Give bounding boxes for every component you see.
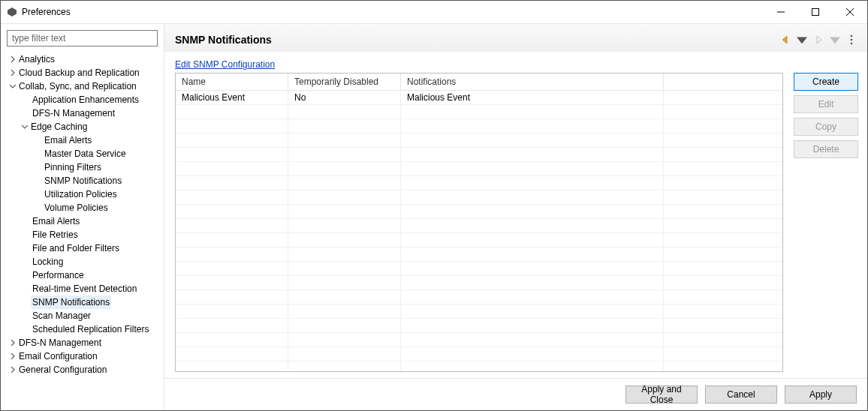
table-cell: Malicious Event [401,91,664,104]
edit-button[interactable]: Edit [794,95,858,113]
page-header: SNMP Notifications [164,24,867,52]
tree-item-label: Utilization Policies [43,188,119,201]
chevron-down-icon[interactable] [8,83,17,89]
tree-item-label: Email Alerts [31,214,81,228]
tree-item-label: SNMP Notifications [31,296,111,309]
apply-and-close-button[interactable]: Apply and Close [625,386,698,404]
tree-item-label: Volume Policies [43,201,110,214]
tree-item[interactable]: DFS-N Management [1,106,164,120]
column-name[interactable]: Name [176,74,288,90]
tree-item-label: Application Enhancements [31,93,140,106]
tree-item-label: General Configuration [17,363,108,376]
overflow-menu-icon[interactable] [845,33,858,46]
nav-forward-icon[interactable] [812,33,825,46]
tree-item[interactable]: File Retries [1,228,164,242]
tree-item[interactable]: Locking [1,255,164,268]
table-row[interactable]: Malicious EventNoMalicious Event [176,91,782,105]
svg-point-5 [851,34,853,37]
dialog-footer: Apply and Close Cancel Apply [164,378,867,410]
nav-back-icon[interactable] [779,33,792,46]
table-row-empty [176,362,782,371]
svg-rect-2 [812,9,819,16]
table-row-empty [176,190,782,205]
app-icon [7,7,17,17]
cancel-button[interactable]: Cancel [705,386,777,404]
tree-item[interactable]: Pinning Filters [1,160,164,174]
chevron-right-icon[interactable] [8,70,17,76]
table-row-empty [176,290,782,304]
tree-item-label: SNMP Notifications [43,174,123,188]
tree-item-label: DFS-N Management [31,106,116,120]
nav-forward-menu-icon[interactable] [828,33,842,46]
close-button[interactable] [833,1,867,23]
tree-item[interactable]: Real-time Event Detection [1,282,164,296]
table-row-empty [176,219,782,233]
main-panel: SNMP Notifications [164,24,867,410]
create-button[interactable]: Create [794,73,858,91]
table-cell: No [288,91,401,104]
chevron-down-icon[interactable] [20,124,29,130]
tree-item-label: Pinning Filters [43,160,103,174]
table-row-empty [176,347,782,362]
tree-item-label: Email Alerts [43,134,93,147]
apply-button[interactable]: Apply [785,386,857,404]
tree-item[interactable]: Volume Policies [1,201,164,214]
tree-item[interactable]: Email Configuration [1,350,164,363]
table-row-empty [176,233,782,248]
filter-input[interactable] [7,30,158,46]
tree-item-label: File Retries [31,228,80,242]
tree-item[interactable]: Application Enhancements [1,93,164,106]
sidebar: AnalyticsCloud Backup and ReplicationCol… [1,24,164,410]
table-row-empty [176,162,782,176]
minimize-button[interactable] [764,1,798,23]
tree-item[interactable]: DFS-N Management [1,336,164,350]
tree-item-label: Master Data Service [43,147,128,160]
preferences-window: Preferences AnalyticsCloud Backup and Re… [0,0,868,411]
tree-item-label: Scan Manager [31,309,92,322]
tree-item[interactable]: Scheduled Replication Filters [1,322,164,336]
tree-item[interactable]: SNMP Notifications [1,296,164,309]
table-row-empty [176,205,782,219]
tree-item[interactable]: Email Alerts [1,134,164,147]
maximize-button[interactable] [798,1,833,23]
chevron-right-icon[interactable] [8,56,17,62]
tree-item-label: Real-time Event Detection [31,282,138,296]
preferences-tree[interactable]: AnalyticsCloud Backup and ReplicationCol… [1,51,164,410]
tree-item-label: Scheduled Replication Filters [31,322,150,336]
delete-button[interactable]: Delete [794,140,858,158]
table-row-empty [176,248,782,262]
tree-item-label: Analytics [17,52,56,66]
tree-item[interactable]: Edge Caching [1,120,164,134]
tree-item[interactable]: Master Data Service [1,147,164,160]
column-temp-disabled[interactable]: Temporarily Disabled [288,74,401,90]
chevron-right-icon[interactable] [8,340,17,346]
chevron-right-icon[interactable] [8,367,17,373]
tree-item[interactable]: Cloud Backup and Replication [1,66,164,80]
table-row-empty [176,276,782,290]
tree-item[interactable]: General Configuration [1,363,164,376]
tree-item-label: Edge Caching [29,120,89,134]
column-notifications[interactable]: Notifications [401,74,664,90]
tree-item[interactable]: Email Alerts [1,214,164,228]
copy-button[interactable]: Copy [794,118,858,136]
table-row-empty [176,105,782,119]
nav-back-menu-icon[interactable] [795,33,809,46]
tree-item-label: Locking [31,255,65,268]
tree-item[interactable]: File and Folder Filters [1,242,164,255]
tree-item-label: DFS-N Management [17,336,103,350]
page-title: SNMP Notifications [175,34,272,46]
chevron-right-icon[interactable] [8,353,17,359]
table-cell [664,91,782,104]
tree-item[interactable]: Performance [1,268,164,282]
svg-marker-0 [8,8,17,16]
tree-item[interactable]: Scan Manager [1,309,164,322]
tree-item[interactable]: SNMP Notifications [1,174,164,188]
column-spacer [664,74,782,90]
edit-snmp-configuration-link[interactable]: Edit SNMP Configuration [175,59,275,70]
tree-item[interactable]: Collab, Sync, and Replication [1,80,164,93]
tree-item[interactable]: Analytics [1,52,164,66]
tree-item[interactable]: Utilization Policies [1,188,164,201]
table-row-empty [176,304,782,319]
table-header: Name Temporarily Disabled Notifications [176,74,782,91]
table-row-empty [176,148,782,162]
